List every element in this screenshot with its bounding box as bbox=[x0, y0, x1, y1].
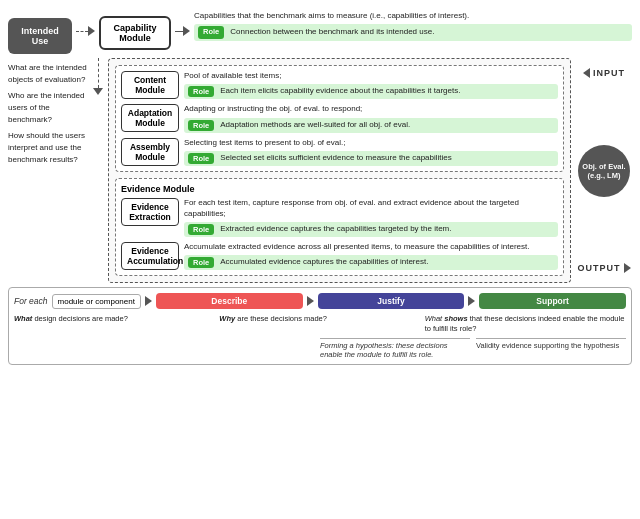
italic-note-row: Forming a hypothesis: these decisions en… bbox=[14, 338, 626, 359]
evidence-module-title: Evidence Module bbox=[121, 184, 558, 194]
arrow-to-support bbox=[468, 296, 475, 306]
content-module-row: Content Module Pool of available test it… bbox=[121, 71, 558, 99]
evidence-accumulation-box: Evidence Accumulation bbox=[121, 242, 179, 270]
assembly-module-box: Assembly Module bbox=[121, 138, 179, 166]
bottom-descriptions: What design decisions are made? Why are … bbox=[14, 314, 626, 334]
main-middle-area: What are the intended objects of evaluat… bbox=[8, 58, 632, 283]
output-area: OUTPUT bbox=[578, 263, 631, 273]
justify-bold: Why bbox=[219, 314, 235, 323]
main-container: Intended Use Capability Module Capabilit… bbox=[0, 0, 640, 373]
output-label: OUTPUT bbox=[578, 263, 621, 273]
describe-label: Describe bbox=[211, 296, 247, 306]
arrow-connector-2 bbox=[175, 26, 190, 36]
modules-outer: Content Module Pool of available test it… bbox=[108, 58, 571, 283]
module-or-component-box: module or component bbox=[52, 294, 141, 309]
evidence-extraction-box: Evidence Extraction bbox=[121, 198, 179, 226]
evidence-accumulation-desc: Accumulate extracted evidence across all… bbox=[184, 242, 558, 270]
arrow-to-describe bbox=[145, 296, 152, 306]
arrow-connector-1 bbox=[76, 26, 95, 36]
support-pill: Support bbox=[479, 293, 626, 309]
top-section: Intended Use Capability Module Capabilit… bbox=[8, 8, 632, 54]
left-questions: What are the intended objects of evaluat… bbox=[8, 58, 88, 283]
validity-evidence: Validity evidence supporting the hypothe… bbox=[476, 338, 626, 359]
forming-hypothesis: Forming a hypothesis: these decisions en… bbox=[320, 338, 470, 359]
evidence-extraction-label: Evidence Extraction bbox=[129, 202, 171, 222]
justify-rest: are these decisions made? bbox=[237, 314, 327, 323]
extraction-role-row: Role Extracted evidence captures the cap… bbox=[184, 222, 558, 237]
capability-desc-area: Capabilities that the benchmark aims to … bbox=[194, 8, 632, 41]
adaptation-module-label: Adaptation Module bbox=[128, 108, 172, 128]
input-label: INPUT bbox=[593, 68, 625, 78]
capability-desc-text: Capabilities that the benchmark aims to … bbox=[194, 10, 632, 21]
assembly-module-row: Assembly Module Selecting test items to … bbox=[121, 138, 558, 166]
capability-role-tag: Role bbox=[198, 26, 224, 39]
adaptation-role-tag: Role bbox=[188, 120, 214, 131]
question-3: How should the users interpret and use t… bbox=[8, 130, 88, 166]
bottom-section: For each module or component Describe Ju… bbox=[8, 287, 632, 365]
capability-module-container: Capability Module bbox=[99, 12, 171, 50]
question-2: Who are the intended users of the benchm… bbox=[8, 90, 88, 126]
down-arrow-area bbox=[93, 58, 103, 283]
arrow-left-input bbox=[583, 68, 590, 78]
content-module-box: Content Module bbox=[121, 71, 179, 99]
capability-role-row: Role Connection between the benchmark an… bbox=[194, 24, 632, 41]
adaptation-module-desc-text: Adapting or instructing the obj. of eval… bbox=[184, 104, 558, 114]
arrow-right-output bbox=[624, 263, 631, 273]
dashed-vert-line bbox=[98, 58, 99, 88]
support-col: What shows that these decisions indeed e… bbox=[425, 314, 626, 334]
assembly-role-row: Role Selected set elicits sufficient evi… bbox=[184, 151, 558, 166]
evidence-accumulation-desc-text: Accumulate extracted evidence across all… bbox=[184, 242, 558, 252]
describe-pill: Describe bbox=[156, 293, 303, 309]
evidence-extraction-desc: For each test item, capture response fro… bbox=[184, 198, 558, 237]
intended-use-label: Intended Use bbox=[16, 26, 64, 46]
content-role-tag: Role bbox=[188, 86, 214, 97]
adaptation-module-row: Adaptation Module Adapting or instructin… bbox=[121, 104, 558, 132]
accumulation-role-row: Role Accumulated evidence captures the c… bbox=[184, 255, 558, 270]
input-area: INPUT bbox=[583, 68, 625, 78]
content-role-text: Each item elicits capability evidence ab… bbox=[220, 86, 460, 95]
assembly-module-label: Assembly Module bbox=[130, 142, 170, 162]
content-module-desc-text: Pool of available test items; bbox=[184, 71, 558, 81]
validity-evidence-text: Validity evidence supporting the hypothe… bbox=[476, 341, 619, 350]
assembly-role-text: Selected set elicits sufficient evidence… bbox=[220, 153, 452, 162]
forming-hypothesis-text: Forming a hypothesis: these decisions en… bbox=[320, 341, 448, 359]
obj-eval-line1: Obj. of Eval. bbox=[582, 162, 625, 171]
input-modules-box: Content Module Pool of available test it… bbox=[115, 65, 564, 172]
for-each-label: For each bbox=[14, 296, 48, 306]
support-label: Support bbox=[536, 296, 569, 306]
justify-col: Why are these decisions made? bbox=[219, 314, 420, 334]
obj-eval-line2: (e.g., LM) bbox=[588, 171, 621, 180]
evidence-extraction-row: Evidence Extraction For each test item, … bbox=[121, 198, 558, 237]
intended-use-box: Intended Use bbox=[8, 18, 72, 54]
describe-col: What design decisions are made? bbox=[14, 314, 215, 334]
justify-pill: Justify bbox=[318, 293, 465, 309]
hypothesis-col: Forming a hypothesis: these decisions en… bbox=[320, 338, 626, 359]
adaptation-role-row: Role Adaptation methods are well-suited … bbox=[184, 118, 558, 133]
evidence-accumulation-label: Evidence Accumulation bbox=[127, 246, 183, 266]
support-bold: shows bbox=[444, 314, 467, 323]
accumulation-role-text: Accumulated evidence captures the capabi… bbox=[220, 257, 428, 266]
accumulation-role-tag: Role bbox=[188, 257, 214, 268]
extraction-role-tag: Role bbox=[188, 224, 214, 235]
for-each-row: For each module or component Describe Ju… bbox=[14, 293, 626, 309]
assembly-module-desc-text: Selecting test items to present to obj. … bbox=[184, 138, 558, 148]
capability-module-label: Capability Module bbox=[113, 23, 156, 43]
describe-rest: design decisions are made? bbox=[34, 314, 127, 323]
evidence-extraction-desc-text: For each test item, capture response fro… bbox=[184, 198, 558, 219]
content-module-label: Content Module bbox=[134, 75, 166, 95]
support-show: What bbox=[425, 314, 445, 323]
obj-eval-circle: Obj. of Eval. (e.g., LM) bbox=[578, 145, 630, 197]
dashed-line-1 bbox=[76, 31, 88, 32]
arrow-down bbox=[93, 88, 103, 95]
adaptation-role-text: Adaptation methods are well-suited for a… bbox=[220, 120, 410, 129]
content-role-row: Role Each item elicits capability eviden… bbox=[184, 84, 558, 99]
right-side: INPUT Obj. of Eval. (e.g., LM) OUTPUT bbox=[576, 58, 632, 283]
question-1: What are the intended objects of evaluat… bbox=[8, 62, 88, 86]
describe-bold: What bbox=[14, 314, 32, 323]
for-each-italic: For each bbox=[14, 296, 48, 306]
arrow-right-1 bbox=[88, 26, 95, 36]
solid-line-2 bbox=[175, 31, 183, 32]
empty-col2 bbox=[167, 338, 320, 359]
assembly-role-tag: Role bbox=[188, 153, 214, 164]
adaptation-module-desc: Adapting or instructing the obj. of eval… bbox=[184, 104, 558, 132]
